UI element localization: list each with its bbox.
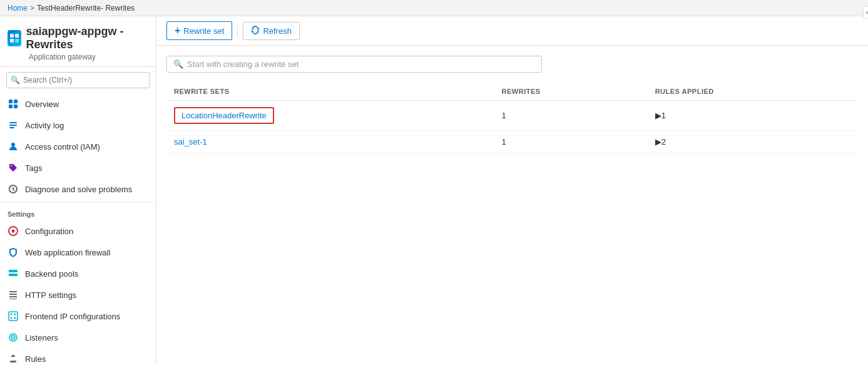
sidebar-item-activity-log[interactable]: Activity log (0, 115, 156, 136)
svg-rect-27 (10, 361, 16, 362)
sidebar-item-waf[interactable]: Web application firewall (0, 242, 156, 263)
rewrite-set-button[interactable]: + Rewrite set (166, 21, 232, 40)
refresh-button[interactable]: Refresh (243, 22, 300, 40)
table-row[interactable]: LocationHeaderRewrite 1 ▶1 (166, 101, 858, 131)
sidebar-subtitle: Application gateway (8, 53, 148, 61)
sidebar-item-rules-label: Rules (25, 354, 46, 364)
sidebar-item-tags-label: Tags (25, 163, 42, 173)
refresh-label: Refresh (263, 26, 292, 36)
sidebar-item-access-control[interactable]: Access control (IAM) (0, 136, 156, 157)
svg-rect-3 (15, 39, 19, 43)
rewrite-set-label: Rewrite set (183, 26, 224, 36)
svg-point-23 (14, 317, 16, 319)
sidebar-item-frontend-ip[interactable]: Frontend IP configurations (0, 306, 156, 327)
toolbar: + Rewrite set Refresh (156, 16, 868, 46)
content-area: + Rewrite set Refresh 🔍 Start with creat… (156, 16, 868, 365)
table-row[interactable]: sai_set-1 1 ▶2 (166, 131, 858, 153)
breadcrumb-page: TestHeaderRewrite- Rewrites (37, 4, 135, 13)
backend-pools-icon (8, 268, 19, 279)
svg-point-26 (13, 337, 14, 338)
filter-box[interactable]: 🔍 Start with creating a rewrite set (166, 56, 542, 73)
row1-rewrites: 1 (494, 101, 648, 131)
sidebar-item-overview-label: Overview (25, 100, 59, 109)
overview-icon (8, 98, 19, 110)
search-container: 🔍 (6, 72, 150, 88)
svg-rect-18 (9, 299, 17, 299)
diagnose-icon (8, 183, 19, 195)
sidebar-item-waf-label: Web application firewall (25, 248, 110, 257)
svg-rect-17 (9, 296, 17, 297)
sidebar-item-overview[interactable]: Overview (0, 93, 156, 115)
resource-name: saiappgw-appgw - Rewrites (26, 25, 148, 51)
sidebar-item-configuration[interactable]: Configuration (0, 220, 156, 242)
refresh-icon (251, 26, 260, 36)
svg-point-11 (11, 143, 15, 147)
col-rewrites: REWRITES (494, 83, 648, 101)
svg-rect-2 (10, 39, 14, 43)
tags-icon (8, 162, 19, 173)
configuration-icon (8, 225, 19, 237)
sidebar-item-http-settings[interactable]: HTTP settings (0, 284, 156, 306)
http-settings-icon (8, 289, 19, 301)
sidebar-title: saiappgw-appgw - Rewrites (8, 25, 148, 51)
activity-log-icon (8, 120, 19, 131)
sidebar-item-configuration-label: Configuration (25, 227, 73, 236)
svg-rect-14 (9, 274, 18, 276)
row2-rules-applied: ▶2 (648, 131, 858, 153)
sidebar-item-access-control-label: Access control (IAM) (25, 142, 100, 152)
col-rules-applied: RULES APPLIED (648, 83, 858, 101)
svg-rect-19 (9, 312, 18, 321)
svg-point-22 (11, 317, 13, 319)
sidebar-item-listeners[interactable]: Listeners (0, 327, 156, 348)
svg-rect-1 (15, 34, 19, 38)
plus-icon: + (175, 25, 180, 36)
settings-section-label: Settings (0, 202, 156, 220)
toolbar-divider (237, 23, 238, 38)
filter-placeholder: Start with creating a rewrite set (187, 59, 299, 69)
rules-icon (8, 353, 19, 364)
sidebar: saiappgw-appgw - Rewrites << Application… (0, 16, 156, 365)
rewrites-table: REWRITE SETS REWRITES RULES APPLIED Loca… (166, 83, 858, 153)
sidebar-item-listeners-label: Listeners (25, 333, 58, 342)
search-input[interactable] (6, 72, 150, 88)
svg-rect-16 (9, 294, 17, 295)
svg-point-21 (14, 314, 16, 316)
sidebar-item-frontend-ip-label: Frontend IP configurations (25, 312, 120, 321)
col-rewrite-sets: REWRITE SETS (166, 83, 494, 101)
sidebar-item-backend-pools-label: Backend pools (25, 269, 78, 279)
filter-search-icon: 🔍 (173, 59, 183, 69)
waf-icon (8, 247, 19, 258)
svg-rect-13 (9, 270, 18, 272)
sidebar-item-tags[interactable]: Tags (0, 157, 156, 178)
breadcrumb: Home > TestHeaderRewrite- Rewrites (0, 0, 868, 16)
sidebar-item-http-settings-label: HTTP settings (25, 290, 76, 300)
access-control-icon (8, 141, 19, 152)
sidebar-item-diagnose[interactable]: Diagnose and solve problems (0, 178, 156, 200)
sidebar-header: saiappgw-appgw - Rewrites << Application… (0, 16, 156, 67)
svg-rect-4 (9, 100, 13, 103)
frontend-ip-icon (8, 311, 19, 322)
sidebar-nav: Overview Activity log (0, 93, 156, 365)
svg-rect-7 (14, 105, 18, 108)
row1-rules-applied: ▶1 (648, 101, 858, 131)
svg-rect-6 (9, 105, 13, 108)
sidebar-item-rules[interactable]: Rules (0, 348, 156, 365)
svg-rect-8 (9, 122, 17, 123)
svg-rect-0 (10, 34, 14, 38)
breadcrumb-sep1: > (30, 4, 34, 13)
main-content: 🔍 Start with creating a rewrite set REWR… (156, 46, 868, 365)
row2-rewrites: 1 (494, 131, 648, 153)
sidebar-item-backend-pools[interactable]: Backend pools (0, 263, 156, 284)
row1-name[interactable]: LocationHeaderRewrite (181, 111, 267, 120)
svg-rect-10 (9, 127, 14, 128)
row2-name[interactable]: sai_set-1 (174, 137, 207, 147)
svg-rect-15 (9, 291, 17, 292)
svg-point-12 (12, 230, 15, 233)
svg-point-20 (11, 314, 13, 316)
listeners-icon (8, 332, 19, 343)
sidebar-item-activity-log-label: Activity log (25, 121, 64, 130)
svg-rect-5 (14, 100, 18, 103)
breadcrumb-home[interactable]: Home (8, 4, 28, 13)
svg-rect-9 (9, 125, 17, 126)
sidebar-item-diagnose-label: Diagnose and solve problems (25, 185, 132, 194)
